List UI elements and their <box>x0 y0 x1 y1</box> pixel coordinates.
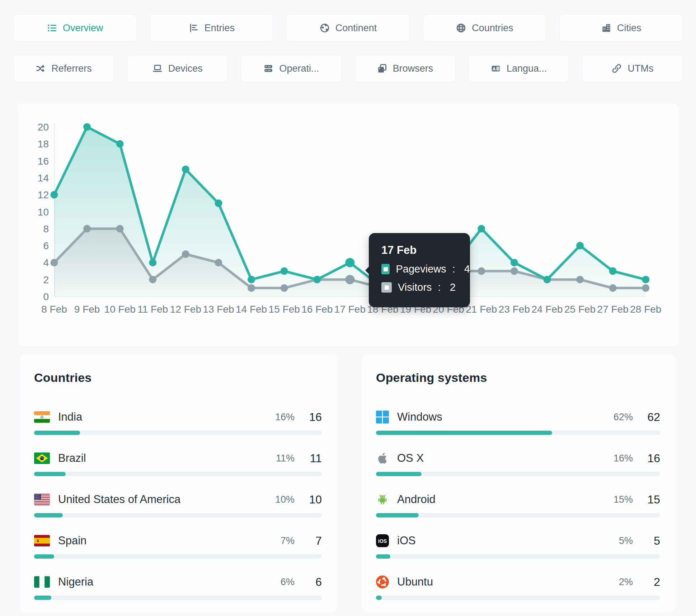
x-tick-label: 28 Feb <box>630 304 661 315</box>
visitors-point[interactable] <box>511 267 518 275</box>
tab-langua[interactable]: Langua... <box>469 55 569 82</box>
breakdown-row-india[interactable]: India16%16 <box>34 410 322 451</box>
pageviews-point[interactable] <box>609 267 617 275</box>
pageviews-point[interactable] <box>215 199 222 207</box>
breakdown-bar-track <box>34 472 322 476</box>
visitors-point[interactable] <box>149 276 156 283</box>
visitors-point[interactable] <box>182 250 189 258</box>
tab-referrers[interactable]: Referrers <box>13 55 114 82</box>
shuffle-icon <box>35 63 46 74</box>
tab-browsers[interactable]: Browsers <box>355 55 455 82</box>
visitors-point[interactable] <box>345 275 354 284</box>
visitors-point[interactable] <box>51 259 58 266</box>
tab-continent[interactable]: Continent <box>286 14 410 42</box>
tooltip-metric-value: 4 <box>464 263 470 275</box>
y-tick-label: 6 <box>43 240 49 251</box>
pageviews-point[interactable] <box>248 276 255 283</box>
breakdown-row-nigeria[interactable]: Nigeria6%6 <box>34 575 322 612</box>
pageviews-point[interactable] <box>544 276 551 283</box>
breakdown-row-os-x[interactable]: OS X16%16 <box>376 451 660 492</box>
x-tick-label: 11 Feb <box>137 304 168 315</box>
pageviews-point[interactable] <box>576 242 584 250</box>
breakdown-bar-fill <box>34 554 54 559</box>
tooltip-metric-label: Pageviews <box>396 263 446 275</box>
server-icon <box>263 63 274 74</box>
breakdown-count: 10 <box>309 493 322 506</box>
breakdown-bar-track <box>376 554 660 559</box>
pageviews-point[interactable] <box>313 276 321 283</box>
pageviews-point[interactable] <box>149 259 156 266</box>
pageviews-point[interactable] <box>478 225 485 232</box>
tab-operati[interactable]: Operati... <box>241 55 341 82</box>
tab-label: Entries <box>204 23 235 34</box>
brazil-flag <box>34 452 50 464</box>
tab-countries[interactable]: Countries <box>423 14 546 42</box>
os-panel-title: Operating systems <box>376 371 675 385</box>
visitors-point[interactable] <box>281 284 288 292</box>
visitors-point[interactable] <box>576 276 584 283</box>
visitors-point[interactable] <box>116 225 124 232</box>
x-tick-label: 27 Feb <box>597 304 629 315</box>
pageviews-point[interactable] <box>642 276 649 283</box>
breakdown-row-windows[interactable]: Windows62%62 <box>376 410 660 451</box>
y-tick-label: 20 <box>38 122 49 133</box>
android-icon <box>376 493 389 506</box>
breakdown-name: Brazil <box>58 452 86 465</box>
visitors-point[interactable] <box>248 284 255 292</box>
x-tick-label: 12 Feb <box>170 304 201 315</box>
laptop-icon <box>152 63 163 74</box>
tab-label: Browsers <box>393 63 433 74</box>
pageviews-point[interactable] <box>281 267 288 275</box>
breakdown-row-ubuntu[interactable]: Ubuntu2%2 <box>376 575 660 612</box>
tab-devices[interactable]: Devices <box>127 55 227 82</box>
breakdown-bar-fill <box>376 431 552 435</box>
tooltip-metric-row: Pageviews: 4 <box>381 263 470 275</box>
pageviews-point[interactable] <box>51 191 58 199</box>
breakdown-bar-fill <box>376 596 382 600</box>
breakdown-row-united-states-of-america[interactable]: United States of America10%10 <box>34 492 322 534</box>
operating-systems-panel: Operating systems Windows62%62OS X16%16A… <box>362 355 675 612</box>
tooltip-separator: : <box>452 263 458 275</box>
traffic-chart-card: 024681012141618208 Feb9 Feb10 Feb11 Feb1… <box>18 104 678 346</box>
windows-icon <box>376 411 389 423</box>
pageviews-point[interactable] <box>116 140 124 148</box>
pageviews-point[interactable] <box>511 259 518 266</box>
pageviews-point[interactable] <box>83 123 91 131</box>
visitors-point[interactable] <box>642 284 649 292</box>
y-tick-label: 14 <box>38 172 49 184</box>
visitors-point[interactable] <box>83 225 91 232</box>
breakdown-row-android[interactable]: Android15%15 <box>376 492 660 534</box>
breakdown-bar-fill <box>376 554 390 559</box>
breakdown-name: OS X <box>397 452 424 465</box>
breakdown-percent: 2% <box>619 577 633 588</box>
tab-entries[interactable]: Entries <box>150 14 273 42</box>
breakdown-percent: 10% <box>275 494 295 505</box>
pageviews-point[interactable] <box>182 166 189 173</box>
tab-overview[interactable]: Overview <box>13 14 137 42</box>
series-swatch-icon <box>381 264 390 274</box>
breakdown-percent: 6% <box>281 577 295 588</box>
breakdown-name: Spain <box>58 534 86 547</box>
tab-utms[interactable]: UTMs <box>582 55 683 82</box>
visitors-point[interactable] <box>478 267 485 275</box>
pageviews-point[interactable] <box>345 258 354 267</box>
breakdown-row-ios[interactable]: iOSiOS5%5 <box>376 534 660 575</box>
tab-row-primary: OverviewEntriesContinentCountriesCities <box>13 14 683 42</box>
buildings-icon <box>601 23 612 33</box>
breakdown-percent: 16% <box>275 412 295 423</box>
breakdown-percent: 15% <box>613 494 633 505</box>
breakdown-name: Nigeria <box>58 575 93 588</box>
x-tick-label: 16 Feb <box>301 304 333 315</box>
breakdown-row-spain[interactable]: Spain7%7 <box>34 534 322 575</box>
pageviews-visitors-chart[interactable]: 024681012141618208 Feb9 Feb10 Feb11 Feb1… <box>18 104 678 346</box>
breakdown-percent: 7% <box>281 535 295 546</box>
tab-cities[interactable]: Cities <box>559 14 683 42</box>
breakdown-bar-track <box>376 431 660 435</box>
spain-flag <box>34 535 50 546</box>
breakdown-count: 5 <box>654 534 660 548</box>
breakdown-row-brazil[interactable]: Brazil11%11 <box>34 451 322 492</box>
breakdown-bar-track <box>34 513 322 517</box>
visitors-point[interactable] <box>215 259 222 266</box>
visitors-point[interactable] <box>609 284 617 292</box>
x-tick-label: 23 Feb <box>499 304 530 315</box>
